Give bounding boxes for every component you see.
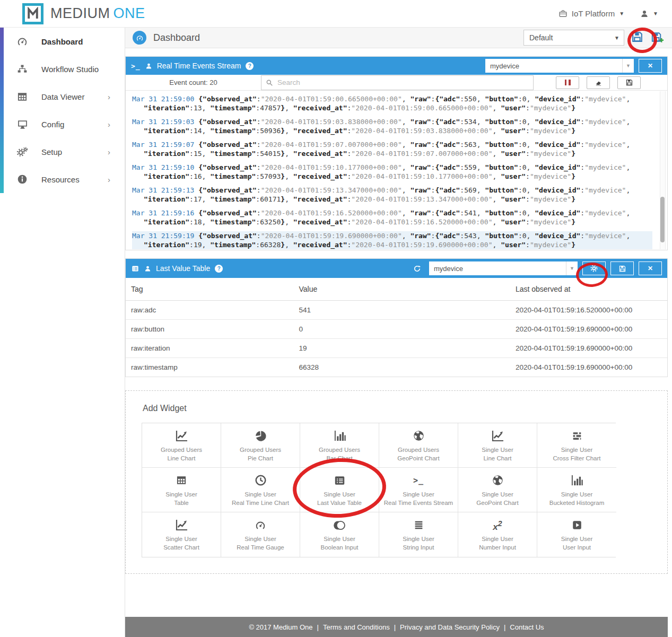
pause-stream-button[interactable] <box>556 76 579 89</box>
bar-chart-icon <box>333 429 346 443</box>
lvt-device-value[interactable] <box>429 265 566 273</box>
table-row: raw:timestamp663282020-04-01T01:59:19.69… <box>126 358 667 377</box>
page-header: Dashboard ▼ <box>125 28 672 48</box>
widget-option-single-user-user-input[interactable]: Single UserUser Input <box>537 512 616 557</box>
lvt-save-button[interactable] <box>610 261 634 275</box>
sidebar-item-data-viewer[interactable]: Data Viewer› <box>0 83 125 110</box>
widget-option-grouped-users-line-chart[interactable]: Grouped UsersLine Chart <box>142 423 221 468</box>
sidebar-item-dashboard[interactable]: Dashboard <box>0 28 125 55</box>
clear-stream-button[interactable] <box>587 76 610 89</box>
widget-option-line1: Single User <box>324 535 355 543</box>
stream-widget-header: >_ Real Time Events Stream ? ▼ ✕ <box>126 57 667 75</box>
footer-link-terms-and-conditions[interactable]: Terms and Conditions <box>323 623 390 631</box>
widget-option-line1: Single User <box>245 490 276 499</box>
log-entry: Mar 31 21:59:07 {"observed_at":"2020-04-… <box>132 140 652 158</box>
widget-option-single-user-real-time-events-stream[interactable]: >_Single UserReal Time Events Stream <box>379 468 458 512</box>
table-cell: 541 <box>294 301 510 320</box>
sidebar-item-setup[interactable]: Setup› <box>0 138 125 165</box>
lvt-device-select[interactable]: ▼ <box>429 261 578 275</box>
stream-device-value[interactable] <box>485 62 622 70</box>
save-as-new-dashboard-button[interactable] <box>650 30 665 46</box>
footer-copyright: © 2017 Medium One <box>249 623 312 631</box>
widget-option-line1: Single User <box>403 490 434 499</box>
widget-option-line2: Boolean Input <box>321 543 359 552</box>
widget-option-line1: Single User <box>165 535 197 543</box>
list-table-icon <box>131 265 139 273</box>
footer-separator: | <box>394 623 396 631</box>
widget-option-line2: Scatter Chart <box>163 543 199 552</box>
save-stream-button[interactable] <box>617 76 641 89</box>
widget-option-line1: Single User <box>324 490 355 499</box>
widget-option-single-user-line-chart[interactable]: Single UserLine Chart <box>458 423 537 468</box>
widget-option-single-user-bucketed-histogram[interactable]: Single UserBucketed Histogram <box>537 468 616 512</box>
widget-option-line1: Single User <box>561 535 592 543</box>
sidebar-item-label: Setup <box>41 147 62 156</box>
stream-search-input[interactable] <box>276 78 533 87</box>
log-entry: Mar 31 21:59:16 {"observed_at":"2020-04-… <box>132 208 652 226</box>
line-chart-icon <box>174 429 188 443</box>
widget-option-single-user-boolean-input[interactable]: Single UserBoolean Input <box>300 512 379 557</box>
widget-option-single-user-string-input[interactable]: Single UserString Input <box>379 512 458 557</box>
brand-one: ONE <box>114 5 145 21</box>
lvt-close-button[interactable]: ✕ <box>639 261 662 275</box>
dashboard-select[interactable]: ▼ <box>523 30 624 46</box>
stream-close-button[interactable]: ✕ <box>639 59 662 73</box>
widget-option-single-user-scatter-chart[interactable]: Single UserScatter Chart <box>142 512 221 557</box>
sidebar-item-resources[interactable]: Resources› <box>0 165 125 193</box>
table-cell: raw:adc <box>126 301 294 320</box>
stream-toolbar: Event count: 20 <box>126 75 667 91</box>
widget-option-grouped-users-bar-chart[interactable]: Grouped UsersBar Chart <box>300 423 379 468</box>
widget-option-single-user-table[interactable]: Single UserTable <box>142 468 221 512</box>
user-icon <box>640 10 649 18</box>
table-cell: 0 <box>294 320 510 339</box>
lvt-widget-title: Last Value Table <box>156 264 210 273</box>
user-menu-dropdown[interactable]: ▼ <box>640 10 658 18</box>
widget-grid: Grouped UsersLine ChartGrouped UsersPie … <box>142 423 616 557</box>
chevron-right-icon: › <box>108 175 110 184</box>
bar-chart-icon <box>570 473 583 488</box>
widget-option-line2: Real Time Line Chart <box>232 499 289 507</box>
sidebar-item-workflow-studio[interactable]: Workflow Studio <box>0 55 125 83</box>
widget-option-single-user-last-value-table[interactable]: Single UserLast Value Table <box>300 468 379 512</box>
help-icon[interactable]: ? <box>246 62 254 70</box>
pie-chart-icon <box>254 429 267 443</box>
save-dashboard-button[interactable] <box>631 30 644 45</box>
widget-option-single-user-geopoint-chart[interactable]: Single UserGeoPoint Chart <box>458 468 537 512</box>
brand-name: MEDIUMONE <box>50 5 145 22</box>
add-widget-title: Add Widget <box>143 404 667 413</box>
widget-option-line1: Single User <box>165 490 197 499</box>
chevron-right-icon: › <box>108 147 110 156</box>
widget-option-grouped-users-pie-chart[interactable]: Grouped UsersPie Chart <box>221 423 300 468</box>
widget-option-line2: Line Chart <box>483 454 511 463</box>
lvt-settings-button[interactable] <box>582 261 606 275</box>
widget-option-single-user-cross-filter-chart[interactable]: Single UserCross Filter Chart <box>537 423 616 468</box>
scrollbar-track[interactable] <box>660 91 666 249</box>
sidebar-item-label: Config <box>41 120 64 129</box>
dashboard-select-value[interactable] <box>524 33 614 42</box>
last-value-table-widget: Last Value Table ? ▼ <box>125 258 668 377</box>
sidebar: DashboardWorkflow StudioData Viewer›Conf… <box>0 28 125 637</box>
help-icon[interactable]: ? <box>215 265 223 273</box>
save-icon <box>618 265 626 273</box>
footer-link-contact-us[interactable]: Contact Us <box>510 623 544 631</box>
widget-option-grouped-users-geopoint-chart[interactable]: Grouped UsersGeoPoint Chart <box>379 423 458 468</box>
clock-icon <box>255 473 267 488</box>
widget-option-line2: GeoPoint Chart <box>476 499 518 507</box>
cross-filter-icon <box>571 429 583 443</box>
widget-option-single-user-number-input[interactable]: x2Single UserNumber Input <box>458 512 537 557</box>
widget-option-line2: Bar Chart <box>326 454 352 463</box>
refresh-icon[interactable] <box>413 265 421 273</box>
footer-link-privacy-and-data-security-policy[interactable]: Privacy and Data Security Policy <box>400 623 500 631</box>
widget-option-single-user-real-time-gauge[interactable]: Single UserReal Time Gauge <box>221 512 300 557</box>
table-cell: 2020-04-01T01:59:19.690000+00:00 <box>510 320 667 339</box>
platform-dropdown[interactable]: IoT Platform ▼ <box>558 9 624 18</box>
sidebar-item-config[interactable]: Config› <box>0 110 125 138</box>
stream-device-select[interactable]: ▼ <box>485 59 634 73</box>
scrollbar-thumb[interactable] <box>660 197 665 242</box>
widget-option-single-user-real-time-line-chart[interactable]: Single UserReal Time Line Chart <box>221 468 300 512</box>
line-chart-icon <box>174 518 188 533</box>
table-cell: 19 <box>294 339 510 358</box>
last-value-table: TagValueLast observed at raw:adc5412020-… <box>126 278 667 377</box>
column-header: Last observed at <box>510 278 667 301</box>
brand-logo: MEDIUMONE <box>22 3 145 24</box>
